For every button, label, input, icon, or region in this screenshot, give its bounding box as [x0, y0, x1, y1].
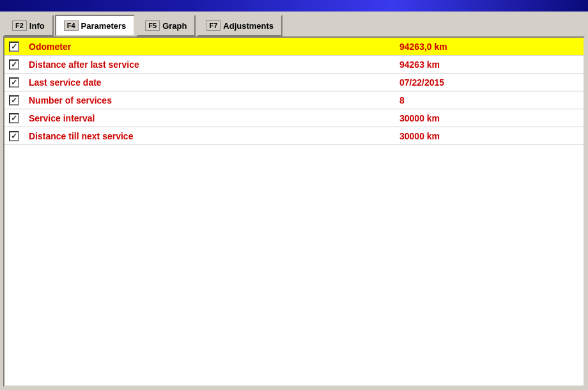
row-checkbox-0[interactable]: ✓: [4, 38, 24, 56]
tab-adjustments[interactable]: F7Adjustments: [197, 15, 282, 36]
row-label-2: Last service date: [24, 74, 394, 91]
tab-key-1: F4: [64, 20, 79, 31]
title-bar: [0, 0, 588, 12]
row-value-1: 94263 km: [394, 56, 584, 74]
content-area: ✓Odometer94263,0 km✓Distance after last …: [3, 36, 585, 387]
row-value-0: 94263,0 km: [394, 38, 584, 56]
tab-label-1: Parameters: [81, 21, 127, 31]
data-table: ✓Odometer94263,0 km✓Distance after last …: [4, 38, 584, 145]
table-row: ✓Service interval30000 km: [4, 109, 584, 127]
row-value-5: 30000 km: [394, 127, 584, 145]
row-label-1: Distance after last service: [24, 56, 394, 74]
row-checkbox-4[interactable]: ✓: [4, 109, 24, 127]
table-row: ✓Distance after last service94263 km: [4, 56, 584, 74]
row-label-5: Distance till next service: [24, 127, 394, 145]
tab-info[interactable]: F2Info: [3, 15, 54, 36]
row-label-0: Odometer: [24, 38, 394, 56]
tab-label-2: Graph: [162, 21, 187, 31]
table-row: ✓Distance till next service30000 km: [4, 127, 584, 145]
tab-key-2: F5: [145, 20, 160, 31]
row-label-3: Number of services: [24, 91, 394, 109]
table-row: ✓Odometer94263,0 km: [4, 38, 584, 56]
tab-bar: F2InfoF4ParametersF5GraphF7Adjustments: [0, 12, 588, 36]
tab-graph[interactable]: F5Graph: [136, 15, 196, 36]
tab-key-3: F7: [206, 20, 220, 31]
tab-key-0: F2: [12, 20, 27, 31]
row-value-3: 8: [394, 91, 584, 109]
row-checkbox-5[interactable]: ✓: [4, 127, 24, 145]
tab-label-3: Adjustments: [223, 21, 274, 31]
row-checkbox-2[interactable]: ✓: [4, 74, 24, 91]
table-row: ✓Number of services8: [4, 91, 584, 109]
row-checkbox-1[interactable]: ✓: [4, 56, 24, 74]
tab-label-0: Info: [29, 21, 45, 31]
row-value-2: 07/22/2015: [394, 74, 584, 91]
table-row: ✓Last service date07/22/2015: [4, 74, 584, 91]
row-label-4: Service interval: [24, 109, 394, 127]
tab-parameters[interactable]: F4Parameters: [55, 15, 135, 36]
row-value-4: 30000 km: [394, 109, 584, 127]
main-window: F2InfoF4ParametersF5GraphF7Adjustments ✓…: [0, 12, 588, 390]
row-checkbox-3[interactable]: ✓: [4, 91, 24, 109]
